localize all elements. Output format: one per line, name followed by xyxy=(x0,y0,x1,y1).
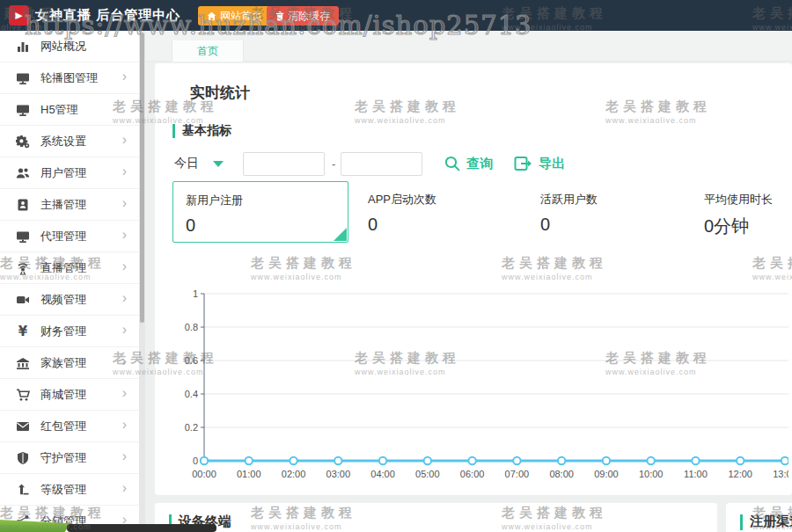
svg-text:0.4: 0.4 xyxy=(185,389,198,399)
stats-row: 新用户注册0APP启动次数0活跃用户数0平均使用时长0分钟 xyxy=(155,181,792,244)
section-basic-indicators: 基本指标 xyxy=(172,123,231,139)
live-icon xyxy=(16,261,30,275)
svg-text:1: 1 xyxy=(193,288,198,299)
registrations-line-chart: 00.20.40.60.8100:0001:0002:0003:0004:000… xyxy=(181,283,788,485)
svg-text:09:00: 09:00 xyxy=(594,469,619,479)
page-title: 实时统计 xyxy=(190,83,250,103)
users-icon xyxy=(16,166,30,180)
section-accent-bar xyxy=(172,124,175,138)
section-accent-bar xyxy=(740,514,743,530)
export-icon xyxy=(514,155,533,172)
sidebar-item-label: 家族管理 xyxy=(40,355,86,371)
sidebar-scrollbar-thumb[interactable] xyxy=(140,33,144,323)
stat-label: 平均使用时长 xyxy=(704,192,792,208)
search-icon xyxy=(444,155,461,172)
sidebar-scrollbar[interactable] xyxy=(139,31,145,532)
home-icon xyxy=(207,11,216,21)
stat-value: 0 xyxy=(186,215,335,236)
chevron-right-icon: › xyxy=(122,259,127,273)
bank-icon xyxy=(16,356,30,370)
sidebar-item-label: 主播管理 xyxy=(40,197,86,213)
chevron-down-icon[interactable] xyxy=(213,161,224,167)
chevron-right-icon: › xyxy=(122,164,127,179)
date-range-label: 今日 xyxy=(174,156,199,171)
sidebar-item-bar-chart[interactable]: 网站概况 xyxy=(0,31,139,62)
sidebar-item-label: 商城管理 xyxy=(40,387,86,403)
sidebar-item-users[interactable]: 用户管理› xyxy=(0,157,139,189)
svg-text:13:00: 13:00 xyxy=(773,469,788,479)
chevron-right-icon: › xyxy=(122,323,127,337)
svg-text:06:00: 06:00 xyxy=(460,469,485,479)
video-icon xyxy=(16,293,30,307)
stat-label: APP启动次数 xyxy=(368,192,519,208)
svg-text:11:00: 11:00 xyxy=(684,469,708,479)
sidebar-item-label: 系统设置 xyxy=(40,134,86,149)
sidebar-item-monitor[interactable]: H5管理 xyxy=(0,94,139,126)
sidebar-item-shield[interactable]: 守护管理› xyxy=(0,442,139,474)
chevron-right-icon: › xyxy=(122,418,127,432)
svg-text:¥: ¥ xyxy=(18,324,28,339)
clear-cache-button[interactable]: 清除缓存 xyxy=(267,6,339,26)
sidebar-item-label: 红包管理 xyxy=(40,419,86,434)
stat-card-1[interactable]: APP启动次数0 xyxy=(356,181,532,243)
chevron-right-icon: › xyxy=(122,228,127,242)
sidebar-item-gears[interactable]: 系统设置› xyxy=(0,126,139,157)
chevron-right-icon: › xyxy=(122,354,127,368)
sidebar-item-live[interactable]: 直播管理› xyxy=(0,252,139,284)
svg-text:04:00: 04:00 xyxy=(370,469,395,479)
filter-row: 今日 - 查询 导出 xyxy=(174,151,565,176)
sidebar-item-label: 视频管理 xyxy=(40,292,86,308)
sidebar-item-label: 用户管理 xyxy=(40,165,86,181)
bar-chart-icon xyxy=(16,40,30,54)
level-up-icon xyxy=(16,483,30,497)
sidebar-item-label: 守护管理 xyxy=(40,450,86,466)
shield-icon xyxy=(16,451,30,465)
search-button[interactable]: 查询 xyxy=(444,155,493,172)
realtime-stats-card: 实时统计 基本指标 今日 - 查询 导出 新用户注册0APP启动次数0活跃用户数… xyxy=(155,63,792,495)
svg-text:02:00: 02:00 xyxy=(282,469,306,479)
date-to-input[interactable] xyxy=(341,152,422,176)
svg-text:12:00: 12:00 xyxy=(728,469,752,479)
sidebar-item-bank[interactable]: 家族管理› xyxy=(0,347,139,379)
monitor-icon xyxy=(16,230,30,244)
svg-text:01:00: 01:00 xyxy=(237,469,261,479)
svg-text:03:00: 03:00 xyxy=(326,469,351,479)
device-terminal-card: 设备终端 xyxy=(155,503,717,532)
stat-card-2[interactable]: 活跃用户数0 xyxy=(528,181,704,243)
trash-icon xyxy=(275,11,284,21)
svg-text:0.6: 0.6 xyxy=(185,355,198,366)
svg-text:0.2: 0.2 xyxy=(185,422,198,433)
sidebar-item-cart[interactable]: 商城管理› xyxy=(0,379,139,411)
sidebar-item-id-card[interactable]: 主播管理› xyxy=(0,189,139,221)
monitor-icon xyxy=(16,103,30,117)
svg-text:0: 0 xyxy=(193,455,198,466)
tab-home[interactable]: 首页 xyxy=(172,40,244,62)
top-bar: ▶ 女神直播 后台管理中心 网站首页 清除缓存 xyxy=(0,0,792,31)
sidebar-item-video[interactable]: 视频管理› xyxy=(0,284,139,316)
sidebar-item-label: H5管理 xyxy=(40,102,78,118)
sidebar-item-label: 等级管理 xyxy=(40,482,86,498)
stat-card-0[interactable]: 新用户注册0 xyxy=(172,181,348,243)
cart-icon xyxy=(16,388,30,402)
stat-value: 0 xyxy=(368,215,519,235)
selected-corner-marker xyxy=(334,228,347,241)
sidebar-item-envelope[interactable]: 红包管理› xyxy=(0,411,139,442)
monitor-icon xyxy=(16,71,30,85)
chevron-right-icon: › xyxy=(122,133,127,147)
sidebar-item-monitor[interactable]: 轮播图管理› xyxy=(0,62,139,94)
site-home-button[interactable]: 网站首页 xyxy=(198,6,271,26)
chevron-right-icon: › xyxy=(122,291,127,305)
date-from-input[interactable] xyxy=(243,152,325,176)
sidebar-menu: 网站概况轮播图管理›H5管理系统设置›用户管理›主播管理›代理管理›直播管理›视… xyxy=(0,31,139,532)
sidebar-item-label: 直播管理 xyxy=(40,260,86,276)
sidebar-item-yen[interactable]: ¥财务管理› xyxy=(0,316,139,347)
sidebar-item-monitor[interactable]: 代理管理› xyxy=(0,221,139,252)
export-button[interactable]: 导出 xyxy=(514,155,565,172)
sidebar-item-level-up[interactable]: 等级管理› xyxy=(0,474,139,506)
status-tooltip-bar xyxy=(67,524,216,532)
stat-label: 活跃用户数 xyxy=(540,192,692,208)
sidebar-item-label: 轮播图管理 xyxy=(40,70,98,86)
chevron-right-icon: › xyxy=(122,386,127,400)
chevron-right-icon: › xyxy=(122,196,127,210)
stat-card-3[interactable]: 平均使用时长0分钟 xyxy=(692,181,792,243)
